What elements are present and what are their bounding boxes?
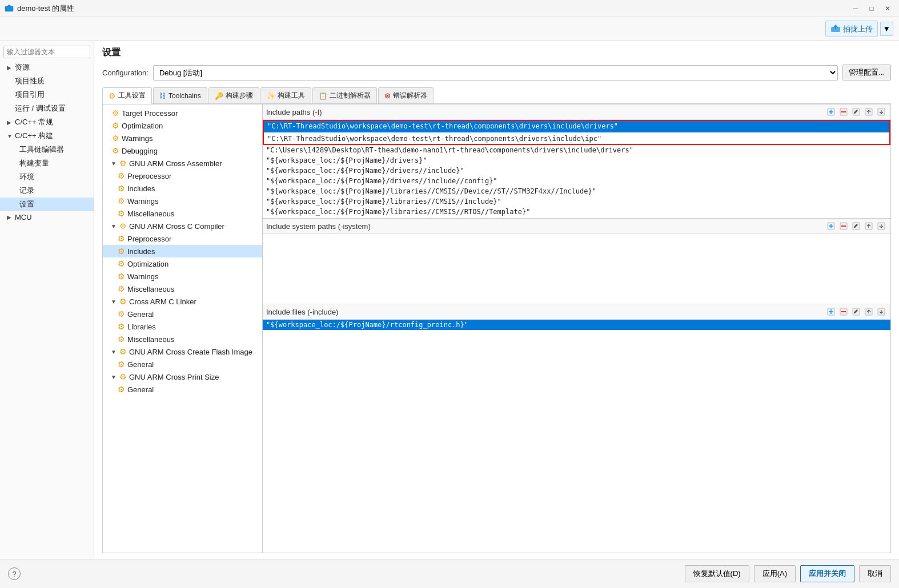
tree-item-assembler-warnings[interactable]: ⚙ Warnings — [103, 195, 262, 207]
include-path-item-5[interactable]: "${workspace_loc:/${ProjName}/drivers//i… — [263, 166, 890, 176]
move-down-include-file-button[interactable] — [876, 306, 887, 317]
tree-item-linker-general[interactable]: ⚙ General — [103, 308, 262, 320]
tree-item-linker-misc[interactable]: ⚙ Miscellaneous — [103, 333, 262, 345]
sidebar-item-environment[interactable]: 环境 — [0, 170, 94, 184]
content-panels: Include paths (-I) — [263, 104, 890, 553]
include-path-item-8[interactable]: "${workspace_loc:/${ProjName}/libraries/… — [263, 196, 890, 207]
sidebar-item-log[interactable]: 记录 — [0, 184, 94, 198]
tree-item-compiler-misc[interactable]: ⚙ Miscellaneous — [103, 283, 262, 295]
tree-item-label: General — [127, 310, 154, 319]
tree-item-compiler-includes[interactable]: ⚙ Includes — [103, 245, 262, 257]
sidebar-item-project-ref[interactable]: 项目引用 — [0, 88, 94, 102]
manage-config-button[interactable]: 管理配置... — [842, 65, 891, 80]
tree-item-target-processor[interactable]: ⚙ Target Processor — [103, 107, 262, 119]
tree-item-optimization[interactable]: ⚙ Optimization — [103, 119, 262, 132]
key-icon: 🔑 — [215, 92, 223, 100]
tree-item-label: Miscellaneous — [127, 335, 174, 344]
tree-item-assembler-includes[interactable]: ⚙ Includes — [103, 182, 262, 195]
close-button[interactable]: ✕ — [881, 3, 894, 14]
tab-build-steps[interactable]: 🔑 构建步骤 — [208, 87, 259, 103]
tree-item-label: General — [127, 360, 154, 369]
edit-include-system-button[interactable] — [850, 220, 862, 232]
error-icon: ⊗ — [384, 91, 391, 100]
include-file-item-1[interactable]: "${workspace_loc:/${ProjName}/rtconfig_p… — [263, 320, 890, 330]
edit-include-path-button[interactable] — [850, 106, 862, 118]
tree-item-warnings[interactable]: ⚙ Warnings — [103, 132, 262, 144]
tree-item-gnu-arm-print-size[interactable]: ▼ ⚙ GNU ARM Cross Print Size — [103, 370, 262, 383]
tree-item-gnu-arm-c-compiler[interactable]: ▼ ⚙ GNU ARM Cross C Compiler — [103, 220, 262, 232]
edit-include-file-button[interactable] — [850, 306, 862, 317]
gear-icon: ⚙ — [117, 234, 126, 243]
move-up-include-path-button[interactable] — [863, 106, 874, 118]
sidebar-item-build-vars[interactable]: 构建变量 — [0, 156, 94, 170]
move-down-include-system-button[interactable] — [876, 220, 887, 232]
include-path-item-10[interactable]: "${workspace_loc:/${ProjName}/libraries/… — [263, 217, 890, 218]
tree-item-flash-general[interactable]: ⚙ General — [103, 358, 262, 370]
chain-icon: ⛓ — [159, 92, 166, 100]
sidebar-item-label: 资源 — [15, 62, 30, 73]
cancel-button[interactable]: 取消 — [859, 565, 891, 582]
include-path-item-4[interactable]: "${workspace_loc:/${ProjName}/drivers}" — [263, 155, 890, 166]
sidebar-item-cpp-build[interactable]: ▼ C/C++ 构建 — [0, 129, 94, 143]
tree-item-assembler-preprocessor[interactable]: ⚙ Preprocessor — [103, 170, 262, 182]
upload-arrow-button[interactable]: ▼ — [880, 22, 893, 36]
tree-item-debugging[interactable]: ⚙ Debugging — [103, 144, 262, 157]
upload-button[interactable]: 拍拢上传 — [825, 21, 878, 37]
include-path-item-1[interactable]: "C:\RT-ThreadStudio\workspace\demo-test\… — [263, 120, 890, 132]
tree-item-gnu-arm-assembler[interactable]: ▼ ⚙ GNU ARM Cross Assembler — [103, 157, 262, 170]
add-include-file-button[interactable] — [825, 306, 837, 317]
config-select[interactable]: Debug [活动] — [153, 65, 838, 80]
delete-include-path-button[interactable] — [838, 106, 849, 118]
panel-title: 设置 — [102, 47, 891, 59]
tree-item-label: Cross ARM C Linker — [129, 297, 196, 306]
doc-icon: 📋 — [319, 92, 327, 100]
sidebar-item-mcu[interactable]: ▶ MCU — [0, 211, 94, 223]
sidebar-item-cpp-common[interactable]: ▶ C/C++ 常规 — [0, 115, 94, 129]
expand-icon — [11, 147, 17, 153]
apply-close-button[interactable]: 应用并关闭 — [800, 565, 854, 582]
include-path-item-2[interactable]: "C:\RT-ThreadStudio\workspace\demo-test\… — [263, 132, 890, 145]
tree-item-compiler-preprocessor[interactable]: ⚙ Preprocessor — [103, 232, 262, 245]
dialog-footer: ? 恢复默认值(D) 应用(A) 应用并关闭 取消 — [0, 559, 899, 588]
include-path-item-7[interactable]: "${workspace_loc:/${ProjName}/libraries/… — [263, 186, 890, 196]
include-path-item-3[interactable]: "C:\Users\14289\Desktop\RT-thead\demo-na… — [263, 145, 890, 155]
gear-icon: ⚙ — [111, 121, 120, 130]
move-up-include-system-button[interactable] — [863, 220, 874, 232]
svg-marker-1 — [7, 5, 11, 6]
include-path-item-6[interactable]: "${workspace_loc:/${ProjName}/drivers//i… — [263, 176, 890, 186]
tree-item-linker-libraries[interactable]: ⚙ Libraries — [103, 320, 262, 333]
tree-item-compiler-optimization[interactable]: ⚙ Optimization — [103, 257, 262, 270]
gear-icon: ⚙ — [111, 108, 120, 118]
sidebar-item-run-debug[interactable]: 运行 / 调试设置 — [0, 102, 94, 115]
settings-body: ⚙ Target Processor ⚙ Optimization ⚙ Warn… — [102, 104, 891, 553]
tree-item-print-general[interactable]: ⚙ General — [103, 383, 262, 396]
include-path-item-9[interactable]: "${workspace_loc:/${ProjName}/libraries/… — [263, 207, 890, 217]
help-button[interactable]: ? — [8, 567, 21, 580]
apply-button[interactable]: 应用(A) — [754, 565, 796, 582]
tree-item-compiler-warnings[interactable]: ⚙ Warnings — [103, 270, 262, 283]
tab-tool-settings[interactable]: ⚙ 工具设置 — [102, 87, 152, 104]
tab-build-tools[interactable]: ✨ 构建工具 — [260, 87, 311, 103]
tree-item-assembler-misc[interactable]: ⚙ Miscellaneous — [103, 207, 262, 220]
delete-include-system-button[interactable] — [838, 220, 849, 232]
delete-include-file-button[interactable] — [838, 306, 849, 317]
tree-item-cross-arm-c-linker[interactable]: ▼ ⚙ Cross ARM C Linker — [103, 295, 262, 308]
tree-item-gnu-arm-create-flash[interactable]: ▼ ⚙ GNU ARM Cross Create Flash Image — [103, 345, 262, 358]
sidebar-item-tool-chain-editor[interactable]: 工具链编辑器 — [0, 143, 94, 156]
sidebar-item-label: MCU — [15, 213, 32, 221]
sidebar-item-settings[interactable]: 设置 — [0, 198, 94, 211]
add-include-path-button[interactable] — [825, 106, 837, 118]
sidebar-filter-input[interactable] — [3, 46, 90, 58]
sidebar-item-project-nature[interactable]: 项目性质 — [0, 74, 94, 88]
expand-icon: ▼ — [7, 133, 13, 139]
restore-defaults-button[interactable]: 恢复默认值(D) — [685, 565, 749, 582]
maximize-button[interactable]: □ — [865, 3, 878, 14]
tab-toolchains[interactable]: ⛓ Toolchains — [153, 87, 207, 103]
minimize-button[interactable]: ─ — [849, 3, 862, 14]
sidebar-item-resources[interactable]: ▶ 资源 — [0, 61, 94, 74]
add-include-system-button[interactable] — [825, 220, 837, 232]
tab-binary-parser[interactable]: 📋 二进制解析器 — [312, 87, 377, 103]
tab-error-parser[interactable]: ⊗ 错误解析器 — [378, 87, 434, 103]
move-up-include-file-button[interactable] — [863, 306, 874, 317]
move-down-include-path-button[interactable] — [876, 106, 887, 118]
